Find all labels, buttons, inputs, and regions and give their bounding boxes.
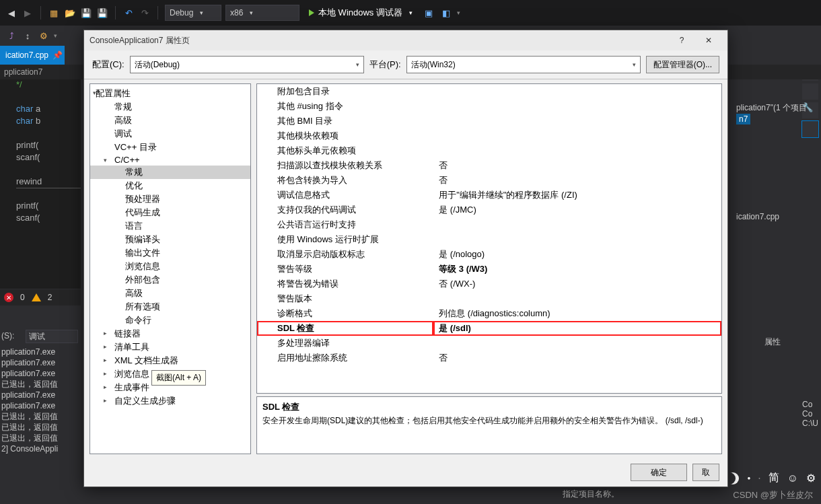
property-row[interactable]: 多处理器编译	[257, 336, 721, 351]
property-row[interactable]: 其他模块依赖项	[257, 129, 721, 143]
tree-node[interactable]: 代码生成	[90, 206, 250, 219]
property-row[interactable]: 调试信息格式用于"编辑并继续"的程序数据库 (/ZI)	[257, 188, 721, 203]
help-button[interactable]: ?	[668, 31, 695, 50]
property-row[interactable]: 其他标头单元依赖项	[257, 143, 721, 158]
tree-node[interactable]: 常规	[90, 166, 250, 179]
solution-explorer[interactable]: plication7"(1 个项目 n7 ication7.cpp	[734, 100, 821, 224]
property-tree[interactable]: ▾配置属性常规高级调试VC++ 目录▾C/C++常规优化预处理器代码生成语言预编…	[90, 83, 251, 454]
properties-tab[interactable]: 属性	[764, 336, 818, 348]
property-row[interactable]: 使用 Windows 运行时扩展	[257, 232, 721, 247]
property-row[interactable]: 支持仅我的代码调试是 (/JMC)	[257, 203, 721, 217]
property-row[interactable]: 扫描源以查找模块依赖关系否	[257, 158, 721, 173]
property-row[interactable]: 诊断格式列信息 (/diagnostics:column)	[257, 306, 721, 321]
nav-fwd-icon[interactable]: ▶	[22, 7, 34, 19]
property-value[interactable]: 是 (/sdl)	[433, 321, 721, 336]
save-all-icon[interactable]: 💾	[96, 7, 108, 19]
property-value[interactable]: 用于"编辑并继续"的程序数据库 (/ZI)	[433, 188, 721, 203]
property-value[interactable]	[433, 99, 721, 114]
tree-arrow-icon[interactable]: ▸	[104, 330, 107, 336]
tree-node[interactable]: 语言	[90, 219, 250, 233]
property-row[interactable]: SDL 检查是 (/sdl)	[257, 321, 721, 336]
tree-arrow-icon[interactable]: ▸	[104, 357, 107, 363]
property-row[interactable]: 公共语言运行时支持	[257, 217, 721, 232]
tree-node[interactable]: 预处理器	[90, 192, 250, 206]
ime-lang-cn[interactable]: 简	[769, 471, 779, 485]
tree-arrow-icon[interactable]: ▾	[93, 89, 96, 96]
property-value[interactable]: 否 (/WX-)	[433, 277, 721, 291]
platform-combo[interactable]: 活动(Win32)▾	[406, 56, 641, 73]
tree-node[interactable]: 所有选项	[90, 300, 250, 314]
tree-node[interactable]: ▸清单工具	[90, 340, 250, 354]
property-value[interactable]: 否	[433, 351, 721, 365]
output-panel[interactable]: pplication7.exe pplication7.exe pplicati…	[1, 347, 58, 454]
tree-node[interactable]: 外部包含	[90, 273, 250, 287]
tree-arrow-icon[interactable]: ▸	[104, 370, 107, 377]
tree-node[interactable]: 预编译头	[90, 233, 250, 246]
toolbar-icon-2[interactable]: ◧	[439, 6, 453, 20]
tree-arrow-icon[interactable]: ▸	[104, 343, 107, 350]
property-value[interactable]	[433, 336, 721, 351]
tree-node[interactable]: 常规	[90, 100, 250, 114]
property-value[interactable]	[433, 291, 721, 306]
close-button[interactable]: ✕	[695, 31, 722, 50]
tree-arrow-icon[interactable]: ▸	[104, 384, 107, 390]
file-tab[interactable]: ication7.cpp 📌	[0, 46, 65, 65]
property-value[interactable]	[433, 129, 721, 143]
tree-node[interactable]: ▸自定义生成步骤	[90, 394, 250, 408]
tree-node[interactable]: ▾配置属性	[90, 87, 250, 100]
dialog-titlebar[interactable]: ConsoleApplication7 属性页 ? ✕	[84, 30, 727, 50]
new-icon[interactable]: ▦	[48, 7, 60, 19]
property-row[interactable]: 取消显示启动版权标志是 (/nologo)	[257, 247, 721, 262]
error-status-bar[interactable]: ✕ 0 2	[0, 289, 81, 305]
property-row[interactable]: 警告等级等级 3 (/W3)	[257, 262, 721, 277]
tree-node[interactable]: 优化	[90, 179, 250, 192]
code-settings-icon[interactable]: ⚙	[38, 30, 50, 42]
property-row[interactable]: 其他 #using 指令	[257, 99, 721, 114]
property-value[interactable]	[433, 232, 721, 247]
property-value[interactable]	[433, 143, 721, 158]
save-icon[interactable]: 💾	[80, 7, 92, 19]
open-icon[interactable]: 📂	[64, 7, 76, 19]
property-value[interactable]: 列信息 (/diagnostics:column)	[433, 306, 721, 321]
solution-project[interactable]: n7	[736, 114, 750, 124]
tree-node[interactable]: 高级	[90, 287, 250, 300]
toolbar-icon-1[interactable]: ▣	[422, 6, 435, 20]
tree-node[interactable]: 浏览信息	[90, 260, 250, 273]
property-value[interactable]: 是 (/JMC)	[433, 203, 721, 217]
redo-icon[interactable]: ↷	[139, 7, 151, 19]
output-source-combo[interactable]: 调试	[26, 330, 78, 343]
undo-icon[interactable]: ↶	[122, 7, 135, 19]
property-row[interactable]: 将包含转换为导入否	[257, 173, 721, 188]
property-row[interactable]: 启用地址擦除系统否	[257, 351, 721, 365]
property-value[interactable]	[433, 217, 721, 232]
property-value[interactable]: 否	[433, 158, 721, 173]
config-combo[interactable]: 活动(Debug)▾	[130, 56, 364, 73]
property-value[interactable]: 是 (/nologo)	[433, 247, 721, 262]
property-value[interactable]	[433, 114, 721, 129]
moon-icon[interactable]	[727, 472, 739, 484]
tree-arrow-icon[interactable]: ▾	[104, 157, 107, 164]
tree-node[interactable]: 调试	[90, 127, 250, 141]
property-value[interactable]: 等级 3 (/W3)	[433, 262, 721, 277]
tree-node[interactable]: ▸链接器	[90, 327, 250, 340]
tree-node[interactable]: 命令行	[90, 314, 250, 327]
property-row[interactable]: 将警告视为错误否 (/WX-)	[257, 277, 721, 291]
local-debugger-button[interactable]: 本地 Windows 调试器 ▾	[304, 5, 418, 21]
right-tool-2[interactable]	[802, 83, 818, 100]
smile-icon[interactable]: ☺	[787, 472, 798, 484]
cancel-button[interactable]: 取	[692, 464, 719, 481]
solution-file[interactable]: ication7.cpp	[736, 212, 818, 221]
ok-button[interactable]: 确定	[631, 464, 687, 481]
config-manager-button[interactable]: 配置管理器(O)...	[646, 56, 719, 73]
property-grid[interactable]: 附加包含目录其他 #using 指令其他 BMI 目录其他模块依赖项其他标头单元…	[256, 83, 722, 394]
tree-node[interactable]: ▾C/C++	[90, 154, 250, 166]
property-row[interactable]: 附加包含目录	[257, 84, 721, 99]
tree-node[interactable]: 高级	[90, 114, 250, 127]
property-value[interactable]	[433, 84, 721, 99]
tree-node[interactable]: ▸XML 文档生成器	[90, 354, 250, 367]
property-row[interactable]: 其他 BMI 目录	[257, 114, 721, 129]
code-sync-icon[interactable]: ↕	[22, 30, 34, 42]
property-value[interactable]: 否	[433, 173, 721, 188]
code-scope-icon[interactable]: ⤴	[5, 30, 17, 42]
solution-platform-combo[interactable]: x86▾	[225, 5, 299, 21]
